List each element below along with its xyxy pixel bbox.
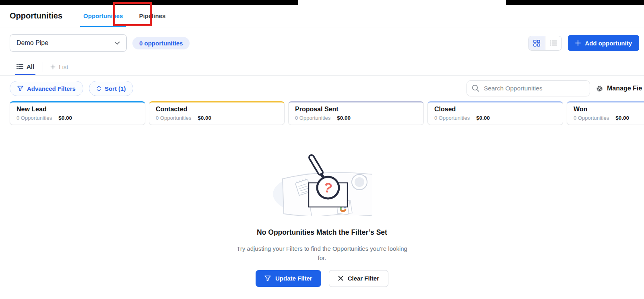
manage-fields-button[interactable]: Manage Fie	[596, 85, 644, 92]
header-tabs: Opportunities Pipelines	[78, 5, 170, 27]
active-tab-underline	[80, 26, 126, 27]
stage-name: New Lead	[17, 106, 138, 113]
sort-icon	[97, 86, 101, 92]
opportunity-count-badge: 0 opportunities	[132, 37, 190, 49]
stage-name: Proposal Sent	[295, 106, 417, 113]
stage-card-proposal-sent[interactable]: Proposal Sent 0 Opportunities $0.00	[288, 101, 424, 125]
funnel-icon	[264, 275, 271, 281]
list-view-button[interactable]	[545, 36, 561, 50]
tab-all-label: All	[27, 63, 34, 70]
stage-name: Contacted	[156, 106, 278, 113]
page-header: Opportunities Opportunities Pipelines	[0, 5, 644, 27]
page-title: Opportunities	[10, 11, 62, 20]
pipeline-board: New Lead 0 Opportunities $0.00 Contacted…	[0, 101, 644, 125]
search-icon	[472, 84, 479, 92]
stage-count: 0 Opportunities	[434, 115, 470, 121]
add-opportunity-label: Add opportunity	[585, 40, 632, 47]
plus-icon	[575, 40, 581, 46]
close-icon	[338, 276, 343, 281]
search-opportunities	[466, 80, 590, 96]
stage-amount: $0.00	[476, 115, 490, 121]
clear-filter-label: Clear Filter	[348, 275, 379, 282]
list-icon	[550, 40, 557, 46]
chevron-down-icon	[114, 41, 120, 45]
sort-label: Sort (1)	[105, 85, 126, 92]
stage-count: 0 Opportunities	[156, 115, 191, 121]
toolbar: Demo Pipe 0 opportunities	[0, 27, 644, 59]
tab-divider	[43, 62, 43, 72]
stage-card-closed[interactable]: Closed 0 Opportunities $0.00	[427, 101, 563, 125]
add-list-button[interactable]: List	[50, 63, 68, 70]
stage-count: 0 Opportunities	[295, 115, 330, 121]
stage-count: 0 Opportunities	[574, 115, 609, 121]
empty-state: ? No Opportunities Match the Filter’s Se…	[0, 148, 644, 287]
update-filter-button[interactable]: Update Filter	[256, 270, 321, 287]
empty-state-title: No Opportunities Match the Filter’s Set	[0, 228, 644, 237]
funnel-icon	[17, 86, 23, 91]
sort-button[interactable]: Sort (1)	[89, 81, 134, 96]
tab-pipelines-label: Pipelines	[139, 12, 165, 19]
stage-name: Won	[574, 106, 644, 113]
stage-amount: $0.00	[58, 115, 72, 121]
manage-fields-label: Manage Fie	[607, 85, 642, 92]
tab-all[interactable]: All	[15, 59, 35, 75]
tab-opportunities-label: Opportunities	[83, 12, 123, 19]
stage-amount: $0.00	[615, 115, 629, 121]
pipeline-select[interactable]: Demo Pipe	[10, 34, 127, 52]
advanced-filters-button[interactable]: Advanced Filters	[10, 81, 83, 96]
filter-bar: Advanced Filters Sort (1) Manage Fie	[0, 76, 644, 101]
stage-amount: $0.00	[198, 115, 211, 121]
stage-card-won[interactable]: Won 0 Opportunities $0.00	[567, 101, 644, 125]
advanced-filters-label: Advanced Filters	[27, 85, 76, 92]
grid-view-button[interactable]	[528, 36, 545, 50]
stage-card-new-lead[interactable]: New Lead 0 Opportunities $0.00	[10, 101, 145, 125]
update-filter-label: Update Filter	[275, 275, 312, 282]
tab-pipelines[interactable]: Pipelines	[134, 5, 170, 27]
gear-icon	[596, 85, 603, 92]
add-opportunity-button[interactable]: Add opportunity	[568, 35, 639, 51]
opportunities-page: Opportunities Opportunities Pipelines De…	[0, 0, 644, 299]
plus-icon	[50, 64, 56, 70]
stage-amount: $0.00	[337, 115, 351, 121]
clear-filter-button[interactable]: Clear Filter	[329, 270, 388, 287]
stage-count: 0 Opportunities	[17, 115, 52, 121]
all-list-icon	[17, 63, 23, 70]
no-results-illustration: ?	[272, 148, 372, 216]
tab-opportunities[interactable]: Opportunities	[78, 5, 128, 27]
empty-state-subtitle: Try adjusting your Filters to find the O…	[235, 244, 409, 263]
empty-state-actions: Update Filter Clear Filter	[0, 270, 644, 287]
pipeline-select-value: Demo Pipe	[17, 39, 48, 47]
top-bar-gap	[298, 0, 506, 5]
stage-name: Closed	[434, 106, 556, 113]
view-toggle	[528, 36, 562, 51]
list-tabs: All List	[0, 59, 644, 76]
stage-card-contacted[interactable]: Contacted 0 Opportunities $0.00	[149, 101, 285, 125]
add-list-label: List	[59, 63, 68, 70]
search-input[interactable]	[466, 80, 590, 96]
grid-icon	[533, 40, 540, 47]
